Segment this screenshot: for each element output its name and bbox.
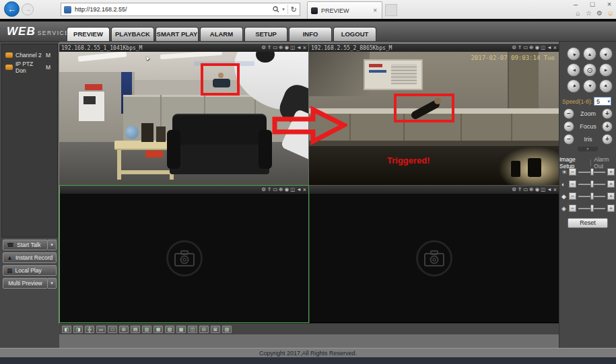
channel-item-ip-ptz-dome[interactable]: IP PTZ Don M <box>5 63 57 72</box>
stream-type-badge[interactable]: M <box>46 52 50 59</box>
contrast-minus-button[interactable]: − <box>569 180 576 188</box>
tab-preview[interactable]: PREVIEW <box>67 27 110 41</box>
pane-close-icon[interactable]: × <box>303 186 306 193</box>
multi-preview-button[interactable]: Multi Preview <box>3 278 48 289</box>
pane-upload-icon[interactable]: ⇑ <box>267 44 271 51</box>
pane-close-icon[interactable]: × <box>553 186 557 193</box>
tab-logout[interactable]: LOGOUT <box>333 27 376 41</box>
tab-playback[interactable]: PLAYBACK <box>111 27 154 41</box>
pane-record-icon[interactable]: ◉ <box>285 44 289 51</box>
stream-type-badge[interactable]: M <box>46 64 50 71</box>
browser-back-button[interactable]: ← <box>4 1 20 17</box>
pane-audio-icon[interactable]: ◄ <box>547 186 551 193</box>
ptz-up-right-button[interactable]: ▲ <box>599 47 613 61</box>
ptz-down-right-button[interactable]: ▲ <box>599 79 613 93</box>
ptz-up-left-button[interactable]: ▲ <box>567 47 580 61</box>
pane-settings-icon[interactable]: ⚙ <box>512 186 516 193</box>
brightness-slider-thumb[interactable] <box>590 168 594 176</box>
ptz-up-button[interactable]: ▲ <box>583 47 596 61</box>
brightness-plus-button[interactable]: + <box>607 168 615 176</box>
pane-settings-icon[interactable]: ⚙ <box>512 44 516 51</box>
split-36-icon[interactable]: ⊠ <box>211 326 220 333</box>
pane-record-icon[interactable]: ◉ <box>535 44 540 51</box>
pane-upload-icon[interactable]: ⇑ <box>518 186 522 193</box>
start-talk-dropdown[interactable]: ▾ <box>48 240 57 250</box>
split-20-icon[interactable]: ◫ <box>188 326 197 333</box>
pane-digital-zoom-icon[interactable]: ⊕ <box>279 44 283 51</box>
split-9-icon[interactable]: ▦ <box>153 326 163 333</box>
saturation-plus-button[interactable]: + <box>607 192 615 200</box>
start-talk-button[interactable]: ☎ Start Talk <box>3 240 48 250</box>
pane-snapshot-icon[interactable]: ◫ <box>541 186 545 193</box>
feedback-smiley-icon[interactable]: ☺ <box>605 9 615 17</box>
tab-smart-play[interactable]: SMART PLAY <box>156 27 199 41</box>
window-restore-button[interactable]: □ <box>585 0 600 9</box>
iris-open-button[interactable]: + <box>602 134 613 145</box>
ptz-quick-position-button[interactable]: ⊙ <box>583 63 596 77</box>
zoom-out-button[interactable]: − <box>563 108 574 119</box>
pane-snapshot-icon[interactable]: ◫ <box>541 44 545 51</box>
pane-record-icon[interactable]: ◉ <box>285 186 289 193</box>
home-icon[interactable]: ⌂ <box>573 9 583 17</box>
saturation-slider-thumb[interactable] <box>590 192 594 200</box>
pane-close-icon[interactable]: × <box>303 44 306 51</box>
zoom-in-button[interactable]: + <box>602 108 613 119</box>
contrast-plus-button[interactable]: + <box>607 180 615 188</box>
image-quality-icon[interactable]: ◧ <box>62 326 71 333</box>
pane-original-size-icon[interactable]: ▭ <box>523 186 528 193</box>
pane-upload-icon[interactable]: ⇑ <box>518 44 522 51</box>
browser-forward-button[interactable]: → <box>22 3 34 15</box>
ptz-down-left-button[interactable]: ▲ <box>567 79 580 93</box>
contrast-slider[interactable] <box>578 184 605 185</box>
video-pane-3-selected[interactable]: ⚙ ⇑ ▭ ⊕ ◉ ◫ ◄ × <box>59 185 309 323</box>
hue-plus-button[interactable]: + <box>607 205 615 212</box>
split-13-icon[interactable]: ▧ <box>165 326 174 333</box>
channel-item-channel2[interactable]: Channel 2 M <box>5 50 57 60</box>
favorites-icon[interactable]: ☆ <box>584 9 594 17</box>
brightness-minus-button[interactable]: − <box>569 168 576 176</box>
ptz-down-button[interactable]: ▲ <box>583 79 596 93</box>
video-pane-4[interactable]: ⚙ ⇑ ▭ ⊕ ◉ ◫ ◄ × <box>309 185 559 323</box>
hue-slider[interactable] <box>578 208 605 209</box>
pane-audio-icon[interactable]: ◄ <box>296 186 301 193</box>
pane-record-icon[interactable]: ◉ <box>535 186 540 193</box>
ptz-right-button[interactable]: ▲ <box>599 63 613 77</box>
pane-close-icon[interactable]: × <box>553 44 557 51</box>
reset-button[interactable]: Reset <box>568 218 608 228</box>
tab-info[interactable]: INFO <box>289 27 332 41</box>
pane-snapshot-icon[interactable]: ◫ <box>290 44 295 51</box>
search-icon[interactable] <box>273 6 279 13</box>
browser-tab[interactable]: PREVIEW × <box>307 1 382 19</box>
custom-split-icon[interactable]: ▨ <box>222 326 232 333</box>
focus-near-button[interactable]: − <box>563 121 574 132</box>
pane-settings-icon[interactable]: ⚙ <box>261 186 266 193</box>
tab-setup[interactable]: SETUP <box>244 27 287 41</box>
iris-close-button[interactable]: − <box>563 134 574 145</box>
split-4-icon[interactable]: ⊞ <box>119 326 129 333</box>
pane-settings-icon[interactable]: ⚙ <box>261 44 266 51</box>
refresh-icon[interactable]: ↻ <box>291 5 297 14</box>
address-bar[interactable]: ▾ ↻ <box>61 3 300 16</box>
pane-audio-icon[interactable]: ◄ <box>547 44 551 51</box>
pane-original-size-icon[interactable]: ▭ <box>273 186 277 193</box>
pane-snapshot-icon[interactable]: ◫ <box>290 186 295 193</box>
contrast-slider-thumb[interactable] <box>590 180 594 188</box>
ptz-left-button[interactable]: ▲ <box>567 63 580 77</box>
saturation-minus-button[interactable]: − <box>569 192 576 200</box>
url-input[interactable] <box>75 6 273 13</box>
focus-far-button[interactable]: + <box>602 121 613 132</box>
window-close-button[interactable]: × <box>602 0 616 9</box>
aspect-ratio-icon[interactable]: ▭ <box>96 326 106 333</box>
window-minimize-button[interactable]: – <box>568 0 583 9</box>
tab-close-icon[interactable]: × <box>372 7 378 14</box>
hue-minus-button[interactable]: − <box>569 205 576 212</box>
local-play-button[interactable]: ▦ Local Play <box>3 265 57 276</box>
brightness-slider[interactable] <box>578 172 605 173</box>
fluency-icon[interactable]: ◨ <box>73 326 83 333</box>
split-8-icon[interactable]: ▥ <box>142 326 151 333</box>
split-25-icon[interactable]: ⊟ <box>199 326 209 333</box>
saturation-slider[interactable] <box>578 196 605 197</box>
instant-record-button[interactable]: ▲ Instant Record <box>3 252 57 263</box>
browser-settings-icon[interactable]: ⚙ <box>594 9 605 17</box>
multi-preview-dropdown[interactable]: ▾ <box>48 278 57 289</box>
